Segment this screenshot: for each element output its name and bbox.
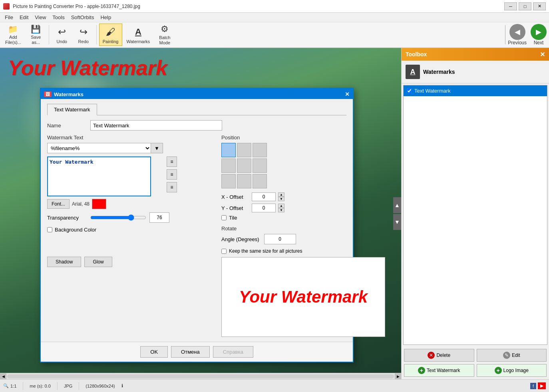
- transparency-label: Transparency: [47, 215, 87, 221]
- angle-input[interactable]: [264, 234, 296, 244]
- position-grid: [221, 143, 385, 188]
- dialog-footer: OK Отмена Справка: [41, 342, 353, 362]
- pos-bot-left[interactable]: [221, 174, 236, 188]
- pos-top-center[interactable]: [237, 143, 251, 157]
- x-offset-spin: ▲ ▼: [278, 192, 284, 201]
- align-right-button[interactable]: ≡: [167, 182, 177, 192]
- help-button[interactable]: Справка: [213, 346, 253, 358]
- dialog-tab-bar: Text Watermark: [47, 104, 346, 115]
- rotate-section: Rotate Angle (Degrees): [221, 226, 385, 244]
- name-input[interactable]: [90, 120, 222, 131]
- y-offset-row: Y - Offset ▲ ▼: [221, 204, 385, 212]
- dialog-content: Text Watermark Name Watermark Text %file…: [41, 99, 353, 342]
- keep-size-label: Keep the same size for all pictures: [229, 248, 302, 254]
- bg-color-checkbox[interactable]: [47, 227, 52, 232]
- angle-label: Angle (Degrees): [221, 236, 259, 242]
- pos-bot-right[interactable]: [253, 174, 267, 188]
- pos-mid-right[interactable]: [253, 158, 267, 173]
- dialog-title-text: Watermarks: [54, 91, 84, 97]
- tile-row: Tile: [221, 215, 385, 221]
- bg-color-label: Background Color: [55, 227, 96, 233]
- y-offset-input[interactable]: [252, 204, 276, 212]
- pos-top-left[interactable]: [221, 143, 236, 157]
- pos-mid-left[interactable]: [221, 158, 236, 173]
- rotate-label: Rotate: [221, 226, 385, 232]
- shadow-glow-row: Shadow Glow: [47, 257, 215, 267]
- dialog-title: 🖼 Watermarks: [44, 91, 84, 97]
- glow-button[interactable]: Glow: [84, 257, 112, 267]
- bg-color-row: Background Color: [47, 227, 215, 233]
- watermark-textarea[interactable]: Your Watermark: [48, 157, 150, 196]
- y-offset-up[interactable]: ▲: [278, 204, 284, 208]
- align-buttons: ≡ ≡ ≡: [167, 156, 177, 192]
- transparency-slider[interactable]: [90, 214, 146, 222]
- dialog-title-bar: 🖼 Watermarks ✕: [41, 89, 353, 99]
- dialog-title-icon: 🖼: [44, 91, 52, 97]
- shadow-button[interactable]: Shadow: [47, 257, 81, 267]
- pos-mid-center[interactable]: [237, 158, 251, 173]
- y-offset-label: Y - Offset: [221, 205, 249, 211]
- preview-box: Your Watermark: [221, 257, 385, 337]
- transparency-row: Transparency: [47, 212, 215, 223]
- x-offset-up[interactable]: ▲: [278, 192, 284, 197]
- two-col-layout: Watermark Text %filename% ▼ Your Waterma…: [47, 135, 346, 337]
- right-column: Position X - Offset: [221, 135, 385, 337]
- color-picker[interactable]: [92, 199, 106, 209]
- tile-checkbox[interactable]: [221, 215, 227, 220]
- pos-bot-center[interactable]: [237, 174, 251, 188]
- name-label: Name: [47, 123, 87, 129]
- dialog-overlay: 🖼 Watermarks ✕ Text Watermark Name Water…: [0, 0, 549, 392]
- dropdown-row: %filename% ▼: [47, 143, 215, 153]
- font-row: Font... Arial, 48: [47, 199, 215, 209]
- y-offset-spin: ▲ ▼: [278, 204, 284, 212]
- angle-row: Angle (Degrees): [221, 234, 385, 244]
- preview-text: Your Watermark: [239, 287, 368, 307]
- dropdown-arrow[interactable]: ▼: [151, 143, 163, 153]
- align-center-button[interactable]: ≡: [167, 169, 177, 180]
- keep-size-checkbox[interactable]: [221, 249, 227, 254]
- watermark-text-dropdown[interactable]: %filename%: [47, 143, 151, 153]
- tile-label: Tile: [229, 215, 237, 221]
- left-column: Watermark Text %filename% ▼ Your Waterma…: [47, 135, 215, 337]
- x-offset-row: X - Offset ▲ ▼: [221, 192, 385, 201]
- cancel-button[interactable]: Отмена: [171, 346, 210, 358]
- watermarks-dialog: 🖼 Watermarks ✕ Text Watermark Name Water…: [40, 88, 354, 362]
- font-value: Arial, 48: [72, 201, 90, 207]
- pos-top-right[interactable]: [253, 143, 267, 157]
- font-button[interactable]: Font...: [47, 199, 70, 209]
- tab-text-watermark[interactable]: Text Watermark: [47, 104, 97, 115]
- watermark-text-label: Watermark Text: [47, 135, 215, 141]
- name-row: Name: [47, 120, 346, 131]
- y-offset-down[interactable]: ▼: [278, 208, 284, 212]
- text-area-container: Your Watermark ≡ ≡ ≡: [47, 156, 165, 196]
- text-area-wrapper: Your Watermark: [47, 156, 151, 196]
- transparency-input[interactable]: [149, 212, 169, 223]
- dialog-close-button[interactable]: ✕: [345, 91, 350, 97]
- x-offset-label: X - Offset: [221, 194, 249, 200]
- position-label: Position: [221, 135, 385, 141]
- align-left-button[interactable]: ≡: [167, 156, 177, 167]
- keep-size-row: Keep the same size for all pictures: [221, 248, 385, 254]
- x-offset-input[interactable]: [252, 192, 276, 201]
- ok-button[interactable]: OK: [140, 346, 168, 358]
- x-offset-down[interactable]: ▼: [278, 197, 284, 201]
